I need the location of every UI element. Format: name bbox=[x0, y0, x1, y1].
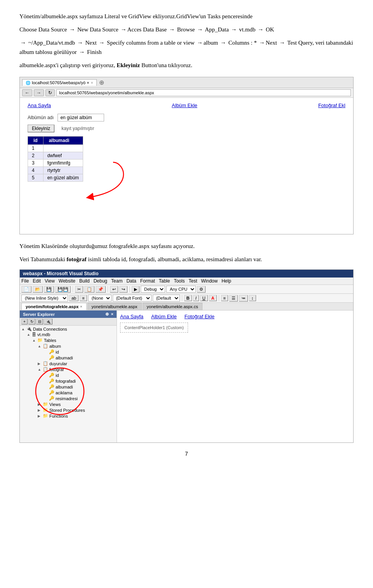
table-row: 1 bbox=[28, 145, 83, 152]
tree-duyurular[interactable]: ▶ 📋 duyurular bbox=[20, 361, 117, 366]
tb-cut[interactable]: ✂ bbox=[75, 286, 83, 293]
menu-window[interactable]: Window bbox=[201, 278, 218, 284]
tb-list[interactable]: ☰ bbox=[229, 295, 238, 302]
paragraph-5: Yönetim Klasöründe oluşturduğumuz fotogr… bbox=[19, 241, 354, 251]
new-tab-btn[interactable]: ⊕ bbox=[99, 79, 104, 86]
tb-ab[interactable]: ab bbox=[69, 295, 78, 301]
tree-resimadresi[interactable]: 🔑 resimadresi bbox=[20, 395, 117, 401]
tb-copy[interactable]: 📋 bbox=[84, 286, 94, 293]
col-id: id bbox=[28, 137, 44, 145]
tb-align[interactable]: ≡ bbox=[221, 295, 228, 301]
tree-fotografadi[interactable]: 🔑 fotografadi bbox=[20, 378, 117, 384]
menu-build[interactable]: Build bbox=[79, 278, 90, 284]
tree-vtmdb[interactable]: ▲ 🗄 vt.mdb bbox=[20, 332, 117, 337]
cpu-dropdown[interactable]: Any CPU bbox=[166, 286, 196, 293]
tb-save[interactable]: 💾 bbox=[44, 286, 54, 293]
menu-format[interactable]: Format bbox=[140, 278, 155, 284]
sidebar-close[interactable]: × bbox=[111, 312, 113, 317]
tb-open[interactable]: 📂 bbox=[33, 286, 43, 293]
menu-data[interactable]: Data bbox=[126, 278, 136, 284]
album-adi-input[interactable] bbox=[58, 114, 104, 121]
tree-album-albumadi[interactable]: 🔑 albumadi bbox=[20, 355, 117, 361]
tree-views[interactable]: ▶ 📁 Views bbox=[20, 401, 117, 407]
cell-albumadi bbox=[43, 145, 83, 152]
tree-aciklama[interactable]: 🔑 aciklama bbox=[20, 390, 117, 395]
menu-help[interactable]: Help bbox=[221, 278, 231, 284]
address-bar[interactable] bbox=[56, 89, 351, 96]
tb-save-all[interactable]: 💾💾 bbox=[55, 286, 71, 293]
sidebar-tb-3[interactable]: ⊟ bbox=[36, 319, 43, 324]
tb-bold[interactable]: B bbox=[184, 295, 192, 301]
tb-undo[interactable]: ↩ bbox=[110, 286, 118, 293]
tb-list2[interactable]: ≔ bbox=[239, 295, 248, 302]
tb-config[interactable]: ⚙ bbox=[197, 286, 206, 293]
tb-more[interactable]: ↕ bbox=[249, 295, 256, 301]
browser-tabbar: 🌐 localhost:50765/webaspx/yö × × ⊕ bbox=[20, 77, 353, 88]
icon-duyurular: 📋 bbox=[43, 361, 48, 366]
refresh-button[interactable]: ↻ bbox=[45, 89, 55, 96]
site-nav: Ana Sayfa Albüm Ekle Fotoğraf Ekl bbox=[28, 102, 345, 108]
browser-content: Ana Sayfa Albüm Ekle Fotoğraf Ekl Albümü… bbox=[20, 98, 353, 234]
tab-albumekle2[interactable]: yonetim/albumekle.aspx.cs bbox=[143, 303, 202, 310]
sep-3 bbox=[129, 286, 130, 292]
label-album-id: id bbox=[56, 350, 59, 354]
tree-root: ▲ 🔌 Data Connections ▲ 🗄 vt.mdb ▲ 📁 Tabl… bbox=[20, 326, 117, 419]
forward-button[interactable]: → bbox=[34, 89, 44, 96]
menu-team[interactable]: Team bbox=[111, 278, 122, 284]
cell-id: 4 bbox=[28, 167, 44, 174]
style-dropdown[interactable]: (New Inline Style) bbox=[21, 295, 68, 302]
design-fotograf-ekle[interactable]: Fotoğraf Ekle bbox=[185, 314, 214, 319]
tb-new[interactable]: 📄 bbox=[21, 286, 31, 293]
design-album-ekle[interactable]: Albüm Ekle bbox=[151, 314, 177, 319]
menu-test[interactable]: Test bbox=[188, 278, 197, 284]
tree-stored[interactable]: ▶ 📁 Stored Procedures bbox=[20, 407, 117, 413]
tree-fotograf[interactable]: ▲ 📋 fotograf bbox=[20, 366, 117, 372]
tab-fotografekle-close[interactable]: × bbox=[80, 305, 82, 309]
tree-data-connections[interactable]: ▲ 🔌 Data Connections bbox=[20, 326, 117, 332]
label-vtmdb: vt.mdb bbox=[37, 332, 50, 337]
menu-website[interactable]: Website bbox=[59, 278, 75, 284]
tb-run[interactable]: ▶ bbox=[132, 286, 139, 293]
sidebar-tb-1[interactable]: + bbox=[21, 319, 28, 324]
icon-resimadresi: 🔑 bbox=[49, 396, 54, 401]
tb-style-btn[interactable]: ≡ bbox=[80, 295, 87, 301]
label-fotograf: fotograf bbox=[49, 367, 64, 372]
default-dropdown[interactable]: (Default bbox=[153, 295, 180, 302]
arrow-stored: ▶ bbox=[38, 408, 42, 412]
menu-file[interactable]: File bbox=[21, 278, 29, 284]
menu-edit[interactable]: Edit bbox=[33, 278, 41, 284]
form-row: Albümün adı bbox=[28, 114, 345, 121]
menu-tools[interactable]: Tools bbox=[174, 278, 185, 284]
album-ekle-link[interactable]: Albüm Ekle bbox=[172, 102, 197, 108]
tree-album[interactable]: ▲ 📋 album bbox=[20, 343, 117, 349]
tb-redo[interactable]: ↪ bbox=[119, 286, 127, 293]
tree-tables[interactable]: ▲ 📁 Tables bbox=[20, 337, 117, 343]
ekleyiniz-button[interactable]: Ekleyiniz bbox=[28, 125, 54, 132]
tb-underline[interactable]: U bbox=[200, 295, 208, 301]
ana-sayfa-link[interactable]: Ana Sayfa bbox=[28, 102, 51, 108]
sidebar-pin[interactable]: ⊕ bbox=[105, 312, 109, 317]
debug-dropdown[interactable]: Debug bbox=[141, 286, 165, 293]
tab-fotografekle[interactable]: yonetim/fotografekle.aspx × bbox=[21, 303, 87, 310]
tab-albumekle1-label: yonetim/albumekle.aspx bbox=[92, 304, 138, 309]
label-albumadi2: albumadi bbox=[56, 385, 73, 389]
sidebar-tb-2[interactable]: ↻ bbox=[28, 319, 35, 324]
tb-color-a[interactable]: A bbox=[209, 295, 217, 301]
menu-view[interactable]: View bbox=[45, 278, 55, 284]
tree-albumadi2[interactable]: 🔑 albumadi bbox=[20, 384, 117, 390]
sidebar-tb-4[interactable]: 🔌 bbox=[44, 319, 52, 324]
menu-debug[interactable]: Debug bbox=[94, 278, 107, 284]
tree-functions[interactable]: ▶ 📁 Functions bbox=[20, 413, 117, 419]
tab-albumekle1[interactable]: yonetim/albumekle.aspx bbox=[87, 303, 142, 310]
font-dropdown[interactable]: (Default Font) bbox=[113, 295, 152, 302]
back-button[interactable]: ← bbox=[22, 89, 32, 96]
tb-italic[interactable]: I bbox=[193, 295, 199, 301]
tree-album-id[interactable]: 🔑 id bbox=[20, 349, 117, 355]
tree-fotograf-id[interactable]: 🔑 id bbox=[20, 372, 117, 378]
button-row: Ekleyiniz kayıt yapılmıştır bbox=[28, 125, 345, 132]
menu-table[interactable]: Table bbox=[159, 278, 170, 284]
none-dropdown[interactable]: (None) bbox=[88, 295, 112, 302]
tb-paste[interactable]: 📌 bbox=[96, 286, 106, 293]
design-ana-sayfa[interactable]: Ana Sayfa bbox=[120, 314, 143, 319]
fotograf-ekle-link[interactable]: Fotoğraf Ekl bbox=[318, 102, 345, 108]
